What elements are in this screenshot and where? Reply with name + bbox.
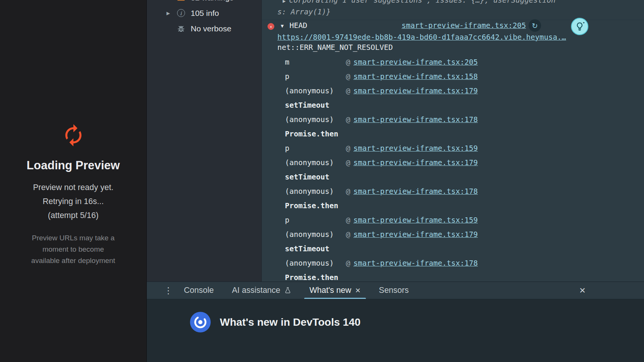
preview-status-line: Preview not ready yet. bbox=[33, 181, 114, 195]
preview-hint: Preview URLs may take a moment to become… bbox=[17, 232, 130, 266]
stack-frame-row: (anonymous)@smart-preview-iframe.tsx:178 bbox=[285, 256, 644, 270]
warning-triangle-icon bbox=[176, 0, 185, 2]
whats-new-panel: What's new in DevTools 140 bbox=[147, 299, 644, 362]
circular-arrows-icon[interactable]: ↻ bbox=[529, 19, 541, 32]
console-area: ▶ 32 warnings ▶ i 105 info bbox=[147, 0, 644, 282]
drawer: ⋮ Console AI assistance What's new ✕ Sen… bbox=[147, 282, 644, 362]
stack-frame-row: (anonymous)@smart-preview-iframe.tsx:178 bbox=[285, 112, 644, 127]
stack-frame-link[interactable]: smart-preview-iframe.tsx:178 bbox=[353, 259, 478, 268]
stack-async-label: setTimeout bbox=[285, 98, 644, 112]
overflow-menu-icon[interactable]: ⋮ bbox=[162, 284, 175, 297]
console-messages: ▶corporating 1 user suggestions', issues… bbox=[261, 0, 644, 282]
flask-icon bbox=[284, 287, 291, 294]
stack-function-name: (anonymous) bbox=[285, 230, 346, 239]
expand-object-icon[interactable]: ▶ bbox=[283, 0, 286, 4]
object-preview-wrap: s: Array(1)} bbox=[262, 6, 644, 17]
stack-function-name: (anonymous) bbox=[285, 158, 346, 167]
stack-trace: m@smart-preview-iframe.tsx:205p@smart-pr… bbox=[262, 55, 644, 282]
sidebar-item-label: 105 info bbox=[191, 9, 219, 18]
stack-function-name: p bbox=[285, 72, 346, 81]
at-symbol: @ bbox=[346, 72, 353, 81]
close-icon: ✕ bbox=[579, 286, 586, 295]
sidebar-item-label: 32 warnings bbox=[191, 0, 233, 2]
stack-async-label: Promise.then bbox=[285, 127, 644, 141]
tab-console[interactable]: Console bbox=[175, 282, 223, 299]
chevron-expand-icon[interactable]: ▶ bbox=[166, 11, 176, 16]
sparkle-icon: ✦ bbox=[582, 20, 585, 25]
stack-frame-link[interactable]: smart-preview-iframe.tsx:178 bbox=[353, 115, 478, 124]
sidebar-item-verbose[interactable]: No verbose bbox=[147, 21, 261, 36]
tab-label: What's new bbox=[310, 286, 351, 295]
source-location-link[interactable]: smart-preview-iframe.tsx:205 bbox=[401, 21, 526, 30]
ai-lightbulb-button[interactable]: ✦ bbox=[571, 18, 588, 35]
preview-panel: Loading Preview Preview not ready yet. R… bbox=[0, 0, 146, 362]
console-error-entry: ✕ ▼ HEAD smart-preview-iframe.tsx:205 ↻ … bbox=[262, 20, 644, 282]
stack-function-name: p bbox=[285, 144, 346, 153]
preview-hint-line: available after deployment bbox=[17, 255, 130, 266]
error-icon: ✕ bbox=[268, 23, 274, 30]
at-symbol: @ bbox=[346, 144, 353, 153]
tab-sensors[interactable]: Sensors bbox=[370, 282, 418, 299]
async-boundary-label: setTimeout bbox=[285, 101, 346, 110]
stack-function-name: (anonymous) bbox=[285, 87, 346, 95]
at-symbol: @ bbox=[346, 216, 353, 224]
stack-frame-row: p@smart-preview-iframe.tsx:159 bbox=[285, 213, 644, 227]
info-icon: i bbox=[176, 9, 185, 18]
error-url-link[interactable]: https://8001-97419ede-bb8b-419a-bd60-d1f… bbox=[262, 32, 576, 42]
at-symbol: @ bbox=[346, 158, 353, 167]
stack-frame-row: (anonymous)@smart-preview-iframe.tsx:178 bbox=[285, 184, 644, 198]
stack-function-name: p bbox=[285, 216, 346, 224]
preview-hint-line: Preview URLs may take a bbox=[17, 232, 130, 244]
stack-frame-link[interactable]: smart-preview-iframe.tsx:179 bbox=[353, 158, 478, 167]
sidebar-item-label: No verbose bbox=[191, 24, 231, 33]
drawer-tabbar: ⋮ Console AI assistance What's new ✕ Sen… bbox=[147, 282, 644, 299]
stack-function-name: (anonymous) bbox=[285, 259, 346, 268]
console-filter-sidebar: ▶ 32 warnings ▶ i 105 info bbox=[147, 0, 261, 282]
stack-frame-link[interactable]: smart-preview-iframe.tsx:159 bbox=[353, 144, 478, 153]
stack-function-name: (anonymous) bbox=[285, 115, 346, 124]
stack-frame-link[interactable]: smart-preview-iframe.tsx:179 bbox=[353, 87, 478, 95]
at-symbol: @ bbox=[346, 115, 353, 124]
async-boundary-label: Promise.then bbox=[285, 273, 346, 282]
stack-async-label: setTimeout bbox=[285, 170, 644, 184]
collapse-error-icon[interactable]: ▼ bbox=[281, 23, 284, 29]
preview-status: Preview not ready yet. Retrying in 16s..… bbox=[33, 181, 114, 223]
stack-async-label: Promise.then bbox=[285, 270, 644, 282]
stack-frame-row: m@smart-preview-iframe.tsx:205 bbox=[285, 55, 644, 69]
stack-frame-row: p@smart-preview-iframe.tsx:158 bbox=[285, 69, 644, 84]
object-preview-text: corporating 1 user suggestions', issues:… bbox=[289, 0, 555, 5]
at-symbol: @ bbox=[346, 58, 353, 67]
refresh-spinner-icon bbox=[61, 123, 86, 147]
console-log-entry[interactable]: ▶corporating 1 user suggestions', issues… bbox=[262, 0, 644, 17]
stack-frame-row: p@smart-preview-iframe.tsx:159 bbox=[285, 141, 644, 155]
request-method: HEAD bbox=[289, 21, 307, 30]
at-symbol: @ bbox=[346, 87, 353, 95]
async-boundary-label: setTimeout bbox=[285, 173, 346, 181]
stack-function-name: (anonymous) bbox=[285, 187, 346, 196]
stack-frame-row: (anonymous)@smart-preview-iframe.tsx:179 bbox=[285, 84, 644, 98]
preview-hint-line: moment to become bbox=[17, 244, 130, 255]
chevron-expand-icon[interactable]: ▶ bbox=[166, 0, 176, 0]
stack-frame-row: (anonymous)@smart-preview-iframe.tsx:179 bbox=[285, 155, 644, 170]
sidebar-item-info[interactable]: ▶ i 105 info bbox=[147, 5, 261, 21]
devtools-logo bbox=[190, 311, 211, 333]
tab-label: Sensors bbox=[379, 286, 409, 295]
sidebar-item-warnings[interactable]: ▶ 32 warnings bbox=[147, 0, 261, 5]
stack-frame-link[interactable]: smart-preview-iframe.tsx:179 bbox=[353, 230, 478, 239]
tab-label: Console bbox=[184, 286, 214, 295]
stack-async-label: Promise.then bbox=[285, 198, 644, 213]
preview-status-line: Retrying in 16s... bbox=[33, 195, 114, 209]
at-symbol: @ bbox=[346, 259, 353, 268]
devtools-window: ▶ 32 warnings ▶ i 105 info bbox=[146, 0, 644, 362]
tab-close-icon[interactable]: ✕ bbox=[355, 286, 361, 295]
tab-whats-new[interactable]: What's new ✕ bbox=[300, 282, 370, 299]
stack-frame-link[interactable]: smart-preview-iframe.tsx:158 bbox=[353, 72, 478, 81]
stack-frame-link[interactable]: smart-preview-iframe.tsx:205 bbox=[353, 58, 478, 67]
async-boundary-label: Promise.then bbox=[285, 130, 346, 138]
bug-icon bbox=[176, 24, 185, 33]
drawer-close-button[interactable]: ✕ bbox=[579, 282, 586, 299]
stack-async-label: setTimeout bbox=[285, 241, 644, 256]
tab-ai-assistance[interactable]: AI assistance bbox=[223, 282, 300, 299]
stack-frame-link[interactable]: smart-preview-iframe.tsx:178 bbox=[353, 187, 478, 196]
stack-frame-link[interactable]: smart-preview-iframe.tsx:159 bbox=[353, 216, 478, 224]
